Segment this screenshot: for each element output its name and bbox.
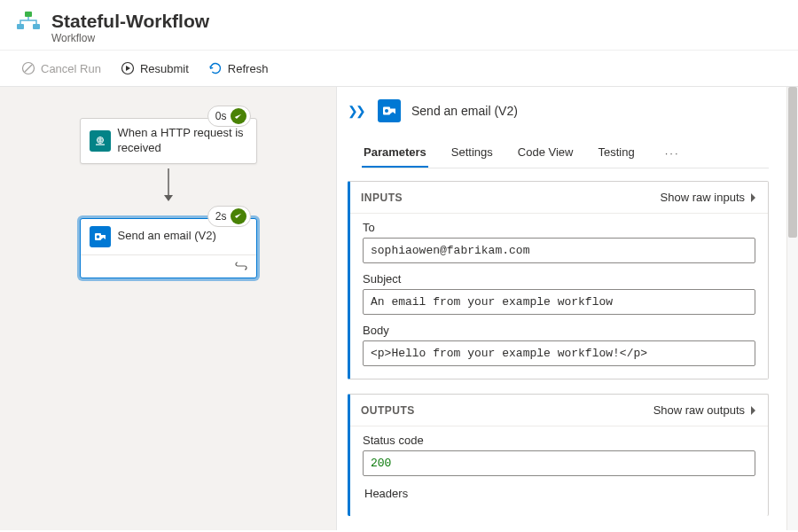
toolbar: Cancel Run Resubmit Refresh	[0, 51, 798, 87]
svg-rect-0	[25, 12, 32, 17]
node-duration: 0s	[215, 110, 227, 122]
body-value[interactable]: <p>Hello from your example workflow!</p>	[363, 340, 755, 366]
to-value[interactable]: sophiaowen@fabrikam.com	[363, 238, 755, 263]
node-duration: 2s	[215, 210, 227, 223]
tab-parameters[interactable]: Parameters	[362, 138, 428, 168]
workflow-node-trigger[interactable]: 0s When a HTTP request is received	[80, 118, 257, 164]
page-header: Stateful-Workflow Workflow	[0, 0, 798, 51]
success-check-icon	[231, 108, 246, 124]
headers-label: Headers	[364, 487, 755, 500]
body-label: Body	[363, 324, 755, 337]
outlook-icon	[90, 226, 111, 247]
node-title: When a HTTP request is received	[118, 126, 247, 156]
subject-label: Subject	[363, 272, 755, 286]
show-raw-outputs-label: Show raw outputs	[653, 403, 745, 417]
node-status-pill: 2s	[207, 206, 251, 227]
page-title: Stateful-Workflow	[51, 11, 209, 32]
outlook-icon	[378, 99, 401, 122]
svg-line-4	[25, 65, 32, 72]
show-raw-outputs-button[interactable]: Show raw outputs	[653, 403, 757, 417]
chevron-right-icon	[750, 192, 757, 203]
scrollbar[interactable]	[786, 87, 798, 530]
cancel-run-label: Cancel Run	[41, 62, 101, 75]
to-label: To	[363, 221, 755, 234]
refresh-icon	[208, 61, 223, 75]
outputs-title: OUTPUTS	[361, 404, 415, 417]
svg-rect-7	[96, 144, 105, 145]
status-code-label: Status code	[363, 434, 755, 447]
chevron-right-icon	[750, 405, 757, 416]
inputs-section: INPUTS Show raw inputs To sophiaowen@fab…	[348, 181, 769, 379]
success-check-icon	[231, 208, 246, 224]
outputs-section: OUTPUTS Show raw outputs Status code 200…	[348, 394, 769, 516]
svg-point-10	[96, 235, 99, 239]
link-icon[interactable]	[235, 260, 247, 273]
refresh-button[interactable]: Refresh	[203, 58, 274, 79]
workflow-canvas[interactable]: 0s When a HTTP request is received	[0, 87, 337, 530]
connector-arrow-icon	[80, 168, 257, 204]
resubmit-icon	[121, 61, 135, 75]
panel-tabs: Parameters Settings Code View Testing ··…	[362, 138, 769, 168]
tab-code-view[interactable]: Code View	[516, 138, 575, 168]
resubmit-button[interactable]: Resubmit	[115, 58, 194, 79]
tab-settings[interactable]: Settings	[450, 138, 495, 168]
svg-rect-1	[17, 24, 24, 29]
details-panel: ❯❯ Send an email (V2) Parameters Setting…	[337, 87, 786, 530]
node-status-pill: 0s	[207, 106, 251, 127]
svg-rect-2	[33, 24, 40, 29]
workflow-node-action[interactable]: 2s Send an email (V2)	[80, 218, 257, 278]
node-title: Send an email (V2)	[118, 229, 216, 244]
tab-more-icon[interactable]: ···	[658, 146, 680, 160]
refresh-label: Refresh	[228, 62, 269, 75]
logic-app-icon	[16, 9, 41, 34]
panel-action-title: Send an email (V2)	[411, 104, 518, 118]
status-code-value[interactable]: 200	[363, 450, 755, 476]
svg-point-12	[385, 109, 388, 113]
cancel-run-button: Cancel Run	[16, 58, 106, 79]
tab-testing[interactable]: Testing	[596, 138, 636, 168]
resubmit-label: Resubmit	[140, 62, 189, 75]
scrollbar-thumb[interactable]	[788, 87, 797, 238]
show-raw-inputs-label: Show raw inputs	[661, 191, 745, 204]
inputs-title: INPUTS	[361, 192, 403, 204]
collapse-panel-icon[interactable]: ❯❯	[348, 104, 364, 118]
http-request-icon	[90, 130, 111, 152]
cancel-icon	[21, 61, 35, 75]
subject-value[interactable]: An email from your example workflow	[363, 289, 755, 315]
page-subtitle: Workflow	[51, 32, 782, 44]
show-raw-inputs-button[interactable]: Show raw inputs	[661, 191, 757, 204]
